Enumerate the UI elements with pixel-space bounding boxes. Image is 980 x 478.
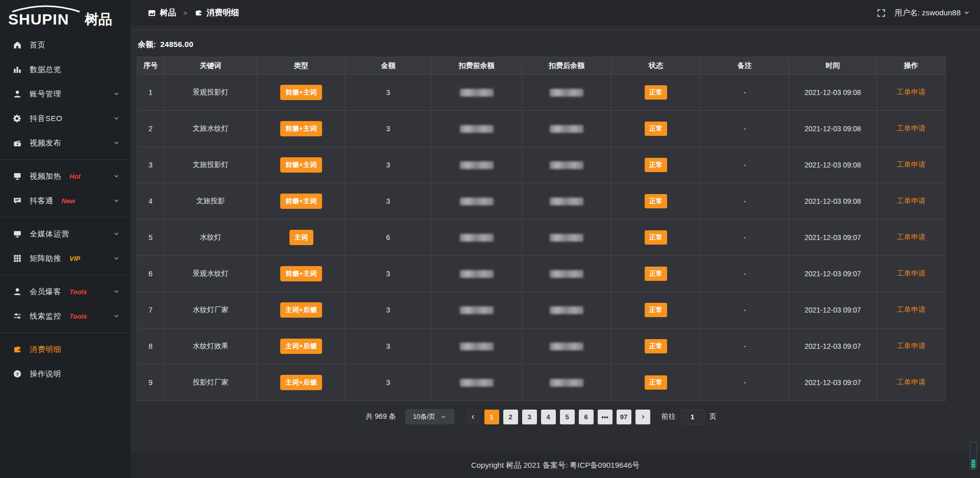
- cell-amount: 3: [346, 256, 431, 292]
- type-badge: 前缀+主词: [280, 157, 322, 173]
- type-badge: 主词: [289, 230, 313, 245]
- next-page-button[interactable]: [635, 410, 650, 424]
- cell-index: 7: [137, 292, 164, 328]
- cell-keyword: 水纹灯厂家: [164, 292, 257, 328]
- sidebar-item-instructions[interactable]: ? 操作说明: [0, 362, 131, 386]
- sidebar-item-douketong[interactable]: 抖客通 New: [0, 188, 131, 213]
- sidebar-item-member-blast[interactable]: 会员爆客 Tools: [0, 279, 131, 304]
- page-button-2[interactable]: 2: [503, 410, 518, 424]
- chevron-down-icon: [113, 173, 119, 179]
- sidebar-divider: [0, 217, 131, 218]
- floating-widget[interactable]: [970, 442, 977, 470]
- sidebar-item-media-operation[interactable]: 全媒体运营: [0, 222, 131, 246]
- work-order-link[interactable]: 工单申请: [897, 88, 925, 96]
- tools-badge: Tools: [69, 313, 87, 320]
- chevron-down-icon: [113, 91, 119, 97]
- cell-time: 2021-12-03 09:08: [789, 183, 877, 220]
- table-row: 5 水纹灯 主词 6 正常 - 2021-12-03 09:07 工单申请: [137, 220, 946, 256]
- copyright-text: Copyright 树品 2021 备案号: 粤ICP备09019646号: [471, 461, 640, 470]
- sidebar-item-lead-monitor[interactable]: 线索监控 Tools: [0, 304, 131, 328]
- masked-balance-before: [460, 343, 494, 350]
- cell-remark: -: [701, 256, 789, 292]
- consumption-table: 序号 关键词 类型 金额 扣费前余额 扣费后余额 状态 备注 时间 操作 1 景…: [137, 57, 946, 401]
- status-badge: 正常: [645, 375, 667, 390]
- main-content: 余额:24856.00 序号 关键词 类型 金额 扣费前余额 扣费后余额 状态 …: [131, 26, 980, 452]
- user-menu[interactable]: 用户名: zswodun88: [895, 8, 970, 18]
- cell-remark: -: [701, 147, 789, 183]
- sidebar-item-account[interactable]: 账号管理: [0, 82, 131, 106]
- cell-amount: 3: [346, 328, 431, 365]
- table-header-row: 序号 关键词 类型 金额 扣费前余额 扣费后余额 状态 备注 时间 操作: [137, 57, 946, 75]
- grid-icon: [12, 253, 22, 264]
- work-order-link[interactable]: 工单申请: [897, 233, 925, 241]
- breadcrumb-separator: >: [180, 9, 190, 17]
- cell-keyword: 文旅投影: [164, 183, 257, 220]
- page-button-4[interactable]: 4: [541, 410, 556, 424]
- chevron-down-icon: [964, 10, 970, 16]
- cell-time: 2021-12-03 09:07: [789, 365, 877, 401]
- work-order-link[interactable]: 工单申请: [897, 124, 925, 132]
- sidebar-item-matrix-boost[interactable]: 矩阵助推 VIP: [0, 246, 131, 271]
- username-text: 用户名: zswodun88: [895, 8, 961, 18]
- cell-keyword: 水纹灯效果: [164, 328, 257, 365]
- breadcrumb-current: 消费明细: [207, 8, 239, 18]
- breadcrumb: 树品 > 消费明细: [148, 8, 239, 18]
- cell-time: 2021-12-03 09:07: [789, 220, 877, 256]
- pagination: 共 969 条 10条/页 1 2 3 4 5 6 ••• 97 前往 1 页: [137, 409, 945, 424]
- breadcrumb-root[interactable]: 树品: [160, 8, 176, 18]
- sidebar-item-douyin-seo[interactable]: 抖音SEO: [0, 106, 131, 131]
- balance-value: 24856.00: [160, 40, 193, 49]
- cell-remark: -: [701, 328, 789, 365]
- fullscreen-icon[interactable]: [877, 9, 886, 17]
- masked-balance-before: [460, 198, 494, 205]
- table-row: 2 文旅水纹灯 前缀+主词 3 正常 - 2021-12-03 09:08 工单…: [137, 111, 946, 147]
- masked-balance-after: [550, 343, 583, 350]
- page-size-select[interactable]: 10条/页: [405, 409, 454, 424]
- masked-balance-after: [550, 270, 583, 278]
- work-order-link[interactable]: 工单申请: [897, 269, 925, 277]
- hot-badge: Hot: [69, 173, 81, 180]
- goto-label: 前往: [662, 412, 676, 421]
- status-badge: 正常: [645, 267, 667, 281]
- sidebar-item-video-heat[interactable]: 视频加热 Hot: [0, 164, 131, 188]
- work-order-link[interactable]: 工单申请: [897, 305, 925, 314]
- column-header: 扣费前余额: [431, 57, 522, 75]
- prev-page-button[interactable]: [465, 410, 480, 424]
- masked-balance-before: [460, 89, 494, 97]
- table-body: 1 景观投影灯 前缀+主词 3 正常 - 2021-12-03 09:08 工单…: [137, 75, 946, 401]
- status-badge: 正常: [645, 85, 667, 100]
- new-badge: New: [62, 197, 76, 205]
- column-header: 扣费后余额: [522, 57, 611, 75]
- page-button-6[interactable]: 6: [579, 410, 594, 424]
- page-button-3[interactable]: 3: [522, 410, 537, 424]
- sidebar-item-data-overview[interactable]: 数据总览: [0, 57, 131, 82]
- topbar-right: 用户名: zswodun88: [877, 8, 970, 18]
- work-order-link[interactable]: 工单申请: [897, 160, 925, 169]
- masked-balance-before: [460, 125, 494, 133]
- cell-time: 2021-12-03 09:07: [789, 292, 877, 328]
- page-button-97[interactable]: 97: [617, 410, 631, 424]
- column-header: 金额: [346, 57, 431, 75]
- masked-balance-after: [550, 379, 583, 387]
- cell-amount: 3: [346, 147, 431, 183]
- cell-time: 2021-12-03 09:07: [789, 328, 877, 365]
- cell-remark: -: [701, 75, 789, 111]
- page-button-1[interactable]: 1: [484, 410, 499, 424]
- cell-amount: 3: [346, 183, 431, 220]
- page-ellipsis-button[interactable]: •••: [598, 410, 612, 424]
- column-header: 序号: [137, 57, 164, 75]
- goto-page-input[interactable]: 1: [681, 410, 704, 424]
- cell-keyword: 景观水纹灯: [164, 256, 257, 292]
- work-order-link[interactable]: 工单申请: [897, 378, 925, 386]
- sidebar: SHUPIN 树品 首页 数据总览 账号管理: [0, 0, 131, 478]
- sidebar-item-home[interactable]: 首页: [0, 33, 131, 57]
- board-icon: [148, 9, 156, 17]
- sidebar-item-video-publish[interactable]: 视频发布: [0, 131, 131, 155]
- page-button-5[interactable]: 5: [560, 410, 575, 424]
- sidebar-item-consumption-detail[interactable]: 消费明细: [0, 337, 131, 362]
- wallet-icon: [12, 344, 22, 354]
- goto-suffix: 页: [709, 412, 717, 421]
- work-order-link[interactable]: 工单申请: [897, 197, 925, 205]
- work-order-link[interactable]: 工单申请: [897, 342, 925, 350]
- cell-time: 2021-12-03 09:08: [789, 147, 877, 183]
